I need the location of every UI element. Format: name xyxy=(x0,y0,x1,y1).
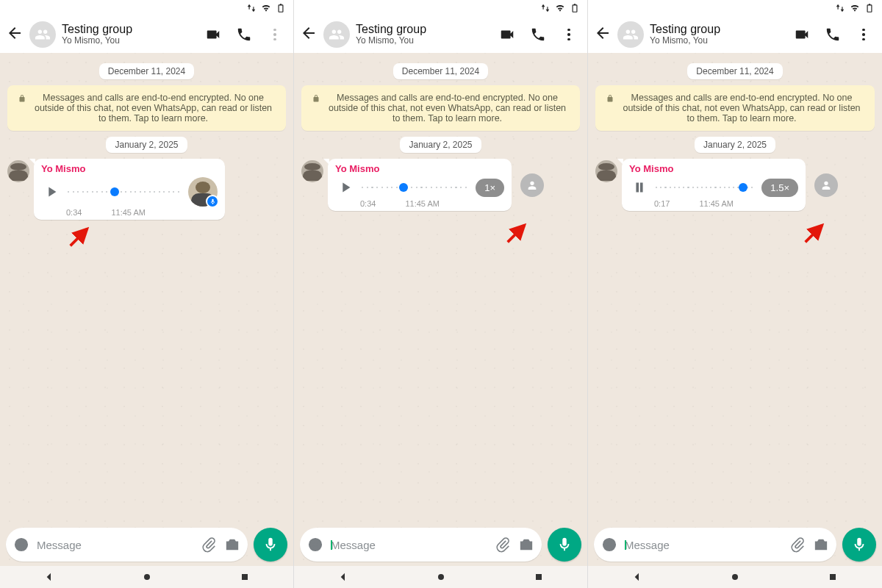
group-avatar[interactable] xyxy=(29,21,56,48)
svg-rect-13 xyxy=(536,574,542,580)
nav-back-icon[interactable] xyxy=(631,571,643,583)
chat-area[interactable]: December 11, 2024 Messages and calls are… xyxy=(588,53,882,588)
more-menu-button[interactable] xyxy=(262,29,287,41)
encryption-notice[interactable]: Messages and calls are end-to-end encryp… xyxy=(7,85,286,131)
voice-sender-avatar-out xyxy=(814,173,838,197)
nav-recent-icon[interactable] xyxy=(533,571,545,583)
data-updown-icon xyxy=(835,3,845,13)
svg-point-18 xyxy=(819,543,823,548)
encryption-text: Messages and calls are end-to-end encryp… xyxy=(619,93,864,123)
message-input[interactable]: Message xyxy=(300,528,542,562)
play-button[interactable] xyxy=(335,177,356,198)
playback-speed-button[interactable]: 1.5× xyxy=(761,179,798,197)
back-button[interactable] xyxy=(300,24,318,45)
attach-icon[interactable] xyxy=(789,537,806,553)
message-input[interactable]: Message xyxy=(594,528,836,562)
chat-title-block[interactable]: Testing group Yo Mismo, You xyxy=(356,23,489,46)
chat-title-block[interactable]: Testing group Yo Mismo, You xyxy=(650,23,784,46)
composer-bar: Message xyxy=(594,528,876,562)
screen-2: Testing group Yo Mismo, You December 11,… xyxy=(294,0,588,588)
svg-point-12 xyxy=(438,574,444,580)
nav-home-icon[interactable] xyxy=(729,571,741,583)
camera-icon[interactable] xyxy=(224,537,240,553)
svg-point-10 xyxy=(317,542,318,544)
camera-icon[interactable] xyxy=(518,537,534,553)
svg-point-15 xyxy=(603,539,616,551)
sender-avatar[interactable] xyxy=(301,160,323,182)
video-call-button[interactable] xyxy=(789,26,814,43)
sticker-icon[interactable] xyxy=(13,537,29,553)
app-bar: Testing group Yo Mismo, You xyxy=(588,16,882,53)
date-divider-1: December 11, 2024 xyxy=(99,63,194,79)
nav-recent-icon[interactable] xyxy=(827,571,839,583)
attach-icon[interactable] xyxy=(201,537,217,553)
play-button[interactable] xyxy=(41,182,62,202)
voice-timestamp: 11:45 AM xyxy=(405,199,439,208)
voice-meta: 0:17 11:45 AM xyxy=(629,199,798,208)
svg-line-7 xyxy=(508,226,525,243)
record-voice-button[interactable] xyxy=(842,528,876,562)
group-avatar[interactable] xyxy=(617,21,644,48)
voice-call-button[interactable] xyxy=(820,26,845,43)
group-avatar[interactable] xyxy=(323,21,350,48)
scrubber-thumb[interactable] xyxy=(399,183,408,192)
scrubber-thumb[interactable] xyxy=(739,183,747,192)
scrubber-thumb[interactable] xyxy=(110,187,119,196)
back-button[interactable] xyxy=(594,24,612,45)
video-call-button[interactable] xyxy=(495,26,520,43)
sender-avatar[interactable] xyxy=(7,160,29,182)
voice-sender-avatar-out xyxy=(520,173,544,197)
voice-call-button[interactable] xyxy=(526,26,551,43)
voice-message-bubble[interactable]: Yo Mismo 1× 0:34 11:45 AM xyxy=(328,159,512,211)
nav-bar xyxy=(588,566,882,588)
audio-waveform xyxy=(362,187,467,188)
svg-point-2 xyxy=(18,542,20,544)
audio-scrubber[interactable] xyxy=(362,182,467,193)
chat-title-block[interactable]: Testing group Yo Mismo, You xyxy=(62,23,195,46)
annotation-arrow xyxy=(801,218,829,246)
sticker-icon[interactable] xyxy=(601,537,617,553)
encryption-text: Messages and calls are end-to-end encryp… xyxy=(31,93,276,123)
voice-call-button[interactable] xyxy=(232,26,257,43)
voice-message-row: Yo Mismo 1× 0:34 11:45 AM xyxy=(301,159,580,211)
nav-home-icon[interactable] xyxy=(435,571,447,583)
encryption-notice[interactable]: Messages and calls are end-to-end encryp… xyxy=(595,85,875,131)
more-menu-button[interactable] xyxy=(556,29,581,41)
video-call-button[interactable] xyxy=(201,26,226,43)
wifi-icon xyxy=(261,3,271,13)
voice-message-bubble[interactable]: Yo Mismo 0:34 11:45 AM xyxy=(34,159,225,220)
camera-icon[interactable] xyxy=(813,537,829,553)
record-voice-button[interactable] xyxy=(254,528,287,562)
voice-meta: 0:34 11:45 AM xyxy=(335,199,504,208)
voice-timestamp: 11:45 AM xyxy=(699,199,733,208)
sender-name: Yo Mismo xyxy=(335,163,504,174)
voice-message-bubble[interactable]: Yo Mismo 1.5× 0:17 11:45 AM xyxy=(622,159,806,211)
svg-point-16 xyxy=(606,542,608,544)
nav-bar xyxy=(0,566,293,588)
nav-back-icon[interactable] xyxy=(43,571,55,583)
nav-recent-icon[interactable] xyxy=(239,571,251,583)
sender-avatar[interactable] xyxy=(595,160,617,182)
playback-speed-button[interactable]: 1× xyxy=(476,179,504,197)
back-button[interactable] xyxy=(6,24,24,45)
sticker-icon[interactable] xyxy=(307,537,323,553)
svg-rect-20 xyxy=(830,574,836,580)
sender-name: Yo Mismo xyxy=(41,163,218,174)
audio-scrubber[interactable] xyxy=(656,182,753,193)
status-bar xyxy=(0,0,293,16)
nav-back-icon[interactable] xyxy=(337,571,349,583)
chat-area[interactable]: December 11, 2024 Messages and calls are… xyxy=(294,53,587,588)
chat-area[interactable]: December 11, 2024 Messages and calls are… xyxy=(0,53,293,588)
message-input[interactable]: Message xyxy=(6,528,248,562)
svg-point-8 xyxy=(309,539,322,551)
attach-icon[interactable] xyxy=(495,537,511,553)
nav-home-icon[interactable] xyxy=(141,571,153,583)
svg-point-11 xyxy=(524,543,528,548)
more-menu-button[interactable] xyxy=(851,29,876,41)
pause-button[interactable] xyxy=(629,177,650,198)
record-voice-button[interactable] xyxy=(548,528,581,562)
audio-scrubber[interactable] xyxy=(68,186,179,198)
encryption-notice[interactable]: Messages and calls are end-to-end encryp… xyxy=(301,85,580,131)
date-divider-1: December 11, 2024 xyxy=(393,63,488,79)
svg-point-17 xyxy=(611,542,612,544)
